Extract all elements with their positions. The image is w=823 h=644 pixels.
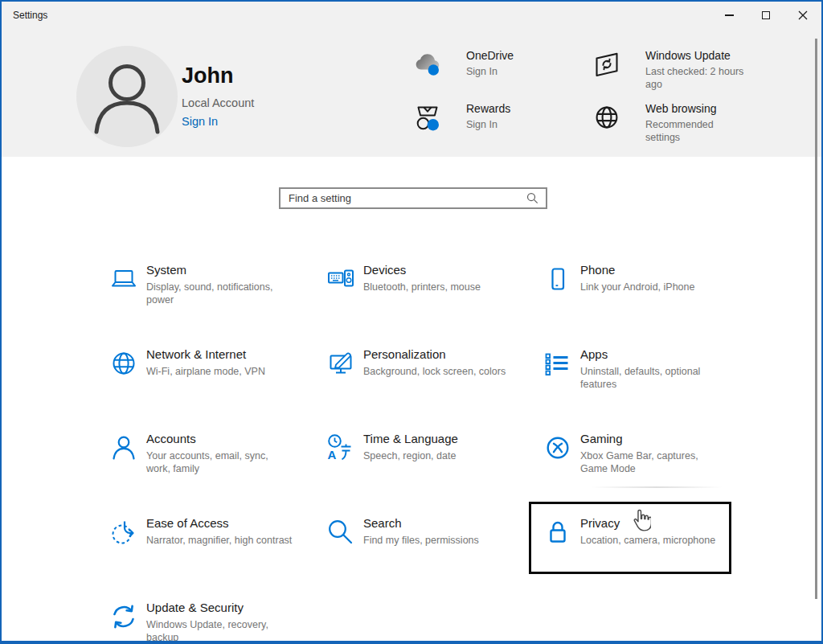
- category-title: Search: [363, 515, 479, 531]
- category-title: Gaming: [580, 431, 727, 447]
- search-icon: [526, 192, 538, 204]
- category-tile-search[interactable]: Search Find my files, permissions: [315, 514, 532, 598]
- quick-item-subtitle: Recommended settings: [645, 118, 747, 144]
- minimize-button[interactable]: [710, 2, 747, 29]
- category-title: Accounts: [146, 431, 293, 447]
- window-controls: [710, 2, 821, 29]
- category-title: Time & Language: [363, 431, 458, 447]
- ease-of-access-icon: [108, 516, 140, 548]
- category-subtitle: Speech, region, date: [363, 449, 458, 462]
- category-tile-network-internet[interactable]: Network & Internet Wi-Fi, airplane mode,…: [98, 345, 315, 429]
- category-subtitle: Your accounts, email, sync, work, family: [146, 449, 293, 475]
- category-title: Phone: [580, 262, 694, 278]
- maximize-icon: [762, 11, 770, 19]
- maximize-button[interactable]: [747, 2, 784, 29]
- search-icon: [325, 516, 357, 548]
- category-tile-phone[interactable]: Phone Link your Android, iPhone: [532, 260, 749, 345]
- category-subtitle: Bluetooth, printers, mouse: [363, 281, 481, 293]
- xbox-icon: [542, 432, 574, 464]
- minimize-icon: [725, 14, 734, 15]
- user-sign-in-link[interactable]: Sign In: [182, 115, 254, 128]
- category-tile-gaming[interactable]: Gaming Xbox Game Bar, captures, Game Mod…: [532, 429, 749, 514]
- category-title: System: [146, 262, 293, 278]
- settings-window: Settings John Local Account Sign In: [0, 0, 823, 644]
- svg-text:A: A: [328, 448, 337, 461]
- category-subtitle: Uninstall, defaults, optional features: [580, 365, 727, 391]
- category-tile-update-security[interactable]: Update & Security Windows Update, recove…: [98, 598, 315, 644]
- quick-item-rewards[interactable]: Rewards Sign In: [407, 99, 587, 152]
- quick-item-title: Web browsing: [645, 101, 747, 116]
- close-button[interactable]: [784, 2, 821, 29]
- header-quick-links: OneDrive Sign In Windows Update Last che…: [407, 46, 812, 152]
- category-title: Devices: [363, 262, 481, 278]
- category-subtitle: Link your Android, iPhone: [580, 281, 694, 293]
- category-tile-privacy[interactable]: Privacy Location, camera, microphone: [532, 514, 749, 598]
- user-card: John Local Account Sign In: [182, 63, 254, 128]
- lock-icon: [542, 516, 574, 548]
- search-input[interactable]: [280, 192, 526, 204]
- window-title: Settings: [13, 10, 47, 21]
- person-icon: [108, 432, 140, 464]
- category-subtitle: Display, sound, notifications, power: [146, 281, 293, 306]
- category-tile-system[interactable]: System Display, sound, notifications, po…: [98, 260, 315, 345]
- category-subtitle: Location, camera, microphone: [580, 534, 715, 547]
- category-tile-personalization[interactable]: Personalization Background, lock screen,…: [315, 345, 532, 429]
- category-subtitle: Wi-Fi, airplane mode, VPN: [146, 365, 265, 378]
- person-avatar-icon: [76, 46, 178, 147]
- category-title: Apps: [580, 347, 727, 363]
- category-tile-apps[interactable]: Apps Uninstall, defaults, optional featu…: [532, 345, 749, 429]
- keyboard-speaker-icon: [325, 263, 357, 295]
- category-title: Ease of Access: [146, 515, 292, 531]
- sync-icon: [108, 601, 140, 633]
- windows-update-icon: [591, 48, 623, 80]
- search-box: [279, 187, 547, 209]
- category-tile-time-language[interactable]: A Time & Language Speech, region, date: [315, 429, 532, 514]
- account-type: Local Account: [182, 96, 254, 109]
- quick-item-web-browsing[interactable]: Web browsing Recommended settings: [587, 99, 812, 152]
- category-subtitle: Find my files, permissions: [363, 534, 479, 547]
- category-title: Personalization: [363, 347, 506, 363]
- globe-icon: [591, 101, 623, 133]
- quick-item-subtitle: Last checked: 2 hours ago: [645, 65, 747, 91]
- category-title: Update & Security: [146, 600, 293, 616]
- rewards-medal-icon: [412, 101, 444, 133]
- quick-item-title: Windows Update: [645, 48, 747, 63]
- apps-list-icon: [542, 347, 574, 379]
- laptop-icon: [108, 263, 140, 295]
- clock-language-icon: A: [325, 432, 357, 464]
- category-tile-accounts[interactable]: Accounts Your accounts, email, sync, wor…: [98, 429, 315, 514]
- monitor-pen-icon: [325, 347, 357, 379]
- category-tile-devices[interactable]: Devices Bluetooth, printers, mouse: [315, 260, 532, 345]
- quick-item-subtitle: Sign In: [466, 118, 510, 131]
- header-area: Settings John Local Account Sign In: [2, 2, 821, 157]
- quick-item-windows-update[interactable]: Windows Update Last checked: 2 hours ago: [587, 46, 812, 99]
- category-grid: System Display, sound, notifications, po…: [98, 260, 751, 644]
- category-subtitle: Windows Update, recovery, backup: [146, 618, 293, 644]
- category-title: Privacy: [580, 515, 715, 531]
- scrollbar[interactable]: [815, 39, 817, 599]
- quick-item-onedrive[interactable]: OneDrive Sign In: [407, 46, 587, 99]
- category-title: Network & Internet: [146, 347, 265, 363]
- network-globe-icon: [108, 347, 140, 379]
- avatar: [76, 46, 178, 147]
- category-subtitle: Background, lock screen, colors: [363, 365, 506, 378]
- quick-item-title: OneDrive: [466, 48, 514, 63]
- category-subtitle: Narrator, magnifier, high contrast: [146, 534, 292, 547]
- user-name: John: [182, 63, 254, 88]
- close-icon: [798, 10, 808, 20]
- quick-item-subtitle: Sign In: [466, 65, 514, 78]
- category-subtitle: Xbox Game Bar, captures, Game Mode: [580, 449, 727, 475]
- phone-icon: [542, 263, 574, 295]
- onedrive-cloud-icon: [412, 48, 444, 80]
- category-tile-ease-of-access[interactable]: Ease of Access Narrator, magnifier, high…: [98, 514, 315, 598]
- quick-item-title: Rewards: [466, 101, 510, 116]
